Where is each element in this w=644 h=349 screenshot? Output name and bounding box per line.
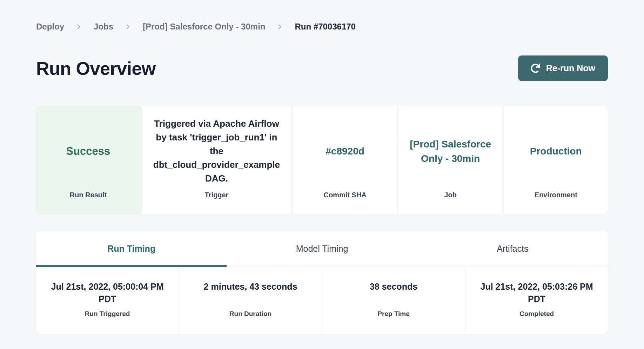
commit-sha-link[interactable]: #c8920d [326, 144, 364, 158]
trigger-value: Triggered via Apache Airflow by task 'tr… [152, 117, 282, 185]
run-duration-cell: 2 minutes, 43 seconds Run Duration [179, 267, 322, 334]
chevron-right-icon [76, 24, 82, 29]
job-card: [Prod] Salesforce Only - 30min Job [398, 106, 503, 215]
prep-time-label: Prep Time [322, 310, 465, 318]
commit-sha-label: Commit SHA [293, 191, 397, 215]
refresh-icon [531, 64, 540, 73]
tab-run-timing[interactable]: Run Timing [36, 231, 227, 266]
run-timing-row: Jul 21st, 2022, 05:00:04 PM PDT Run Trig… [36, 267, 608, 334]
prep-time-cell: 38 seconds Prep Time [322, 267, 465, 334]
breadcrumb-item-job-name[interactable]: [Prod] Salesforce Only - 30min [143, 22, 265, 32]
job-link[interactable]: [Prod] Salesforce Only - 30min [410, 137, 491, 166]
environment-card: Production Environment [504, 106, 608, 215]
breadcrumb: Deploy Jobs [Prod] Salesforce Only - 30m… [36, 22, 608, 32]
breadcrumb-item-run-number: Run #70036170 [295, 22, 355, 32]
completed-value: Jul 21st, 2022, 05:03:26 PM PDT [476, 281, 598, 307]
run-result-card: Success Run Result [36, 106, 140, 215]
page-header: Run Overview Re-run Now [36, 55, 608, 81]
environment-label: Environment [504, 191, 608, 215]
tab-artifacts[interactable]: Artifacts [417, 231, 608, 266]
completed-cell: Jul 21st, 2022, 05:03:26 PM PDT Complete… [465, 267, 608, 334]
completed-label: Completed [465, 310, 608, 318]
run-triggered-cell: Jul 21st, 2022, 05:00:04 PM PDT Run Trig… [36, 267, 179, 334]
run-result-value: Success [66, 145, 110, 158]
job-label: Job [398, 191, 503, 215]
breadcrumb-item-deploy[interactable]: Deploy [36, 22, 64, 32]
trigger-card: Triggered via Apache Airflow by task 'tr… [142, 106, 292, 215]
run-summary-row: Success Run Result Triggered via Apache … [36, 106, 608, 215]
run-triggered-value: Jul 21st, 2022, 05:00:04 PM PDT [46, 281, 168, 307]
trigger-label: Trigger [142, 191, 292, 215]
chevron-right-icon [277, 24, 283, 29]
prep-time-value: 38 seconds [333, 281, 455, 307]
rerun-now-button[interactable]: Re-run Now [518, 55, 608, 81]
run-overview-page: Deploy Jobs [Prod] Salesforce Only - 30m… [0, 22, 644, 334]
chevron-right-icon [125, 24, 131, 29]
commit-sha-card: #c8920d Commit SHA [293, 106, 397, 215]
run-duration-value: 2 minutes, 43 seconds [189, 281, 311, 307]
page-title: Run Overview [36, 58, 156, 79]
environment-link[interactable]: Production [530, 144, 582, 158]
run-result-label: Run Result [36, 191, 140, 215]
tab-bar: Run Timing Model Timing Artifacts [36, 231, 608, 267]
run-triggered-label: Run Triggered [36, 310, 179, 318]
run-duration-label: Run Duration [179, 310, 322, 318]
breadcrumb-item-jobs[interactable]: Jobs [94, 22, 113, 32]
run-details-panel: Run Timing Model Timing Artifacts Jul 21… [36, 231, 608, 334]
tab-model-timing[interactable]: Model Timing [227, 231, 417, 266]
rerun-now-label: Re-run Now [546, 63, 595, 73]
